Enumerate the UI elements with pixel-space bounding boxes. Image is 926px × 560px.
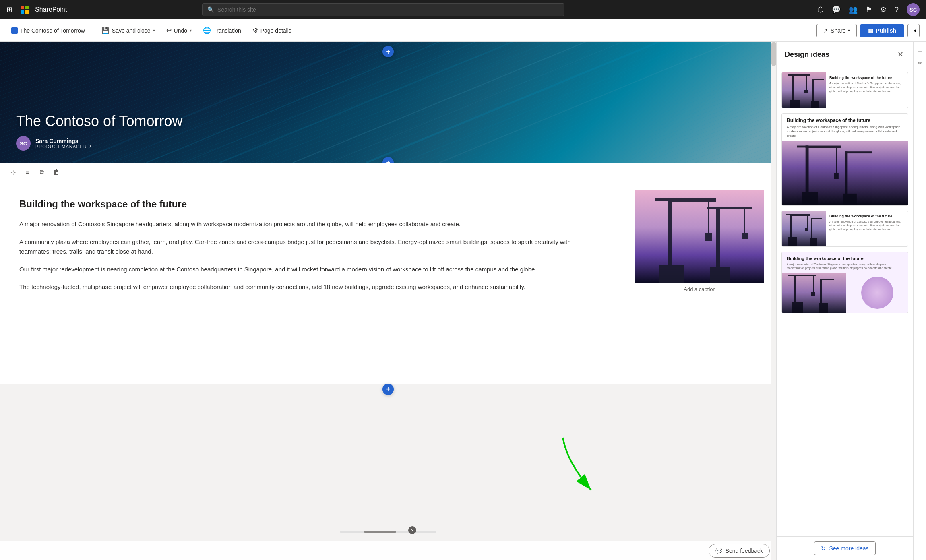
toolbar-right: ↗ Share ▾ ▦ Publish ⇥ [816, 24, 920, 37]
share-people-icon[interactable]: 👥 [849, 5, 858, 14]
card4-body: A major renovation of Contoso's Singapor… [787, 262, 903, 271]
card1-text: Building the workspace of the future A m… [826, 72, 908, 108]
svg-rect-17 [716, 207, 720, 271]
apps-grid-icon[interactable]: ⊞ [6, 5, 12, 14]
translation-button[interactable]: 🌐 Translation [198, 24, 246, 37]
svg-rect-20 [744, 209, 745, 234]
publish-button[interactable]: ▦ Publish [860, 24, 904, 37]
card1-title: Building the workspace of the future [829, 76, 905, 80]
author-role: PRODUCT MANAGER 2 [35, 144, 91, 149]
scrollbar-track[interactable] [771, 42, 776, 560]
svg-rect-21 [742, 233, 748, 239]
add-section-mid: + [0, 384, 776, 395]
scrollbar-thumb[interactable] [771, 42, 776, 66]
main-area: + The Contoso of Tomorrow SC Sara Cummin… [0, 42, 926, 560]
publish-grid-icon: ▦ [868, 27, 873, 34]
svg-rect-43 [836, 148, 837, 174]
share-icon: ↗ [823, 27, 828, 34]
search-icon: 🔍 [207, 6, 214, 13]
copilot-icon[interactable]: ⬡ [817, 5, 824, 14]
card3-image [782, 211, 826, 246]
design-idea-card-2[interactable]: Building the workspace of the future A m… [781, 113, 908, 206]
hero-author: SC Sara Cummings PRODUCT MANAGER 2 [16, 136, 183, 151]
svg-rect-64 [811, 292, 815, 296]
svg-rect-46 [845, 151, 872, 153]
card2-title: Building the workspace of the future [787, 118, 903, 123]
see-more-ideas-button[interactable]: ↻ See more ideas [814, 541, 875, 555]
page-title-item[interactable]: The Contoso of Tomorrow [6, 25, 90, 36]
scroll-thumb [364, 531, 396, 533]
card4-bottom [782, 273, 908, 313]
author-avatar: SC [16, 136, 31, 151]
save-close-button[interactable]: 💾 Save and close ▾ [97, 24, 160, 37]
search-bar[interactable]: 🔍 [202, 3, 564, 16]
share-button[interactable]: ↗ Share ▾ [816, 24, 857, 37]
content-section: Building the workspace of the future A m… [0, 182, 776, 384]
save-icon: 💾 [101, 27, 110, 34]
delete-tool-button[interactable]: 🗑 [50, 166, 63, 179]
search-input[interactable] [217, 6, 559, 13]
feedback-chat-icon: 💬 [715, 548, 722, 554]
svg-rect-41 [806, 145, 841, 148]
scroll-close-button[interactable]: ✕ [408, 526, 416, 534]
svg-rect-45 [845, 151, 848, 195]
card2-body: A major renovation of Contoso's Singapor… [787, 125, 903, 138]
svg-rect-57 [788, 237, 797, 246]
design-panel-footer: ↻ See more ideas [777, 536, 913, 560]
svg-rect-66 [820, 279, 834, 280]
page-editor[interactable]: + The Contoso of Tomorrow SC Sara Cummin… [0, 42, 776, 560]
svg-rect-40 [806, 145, 809, 196]
svg-rect-29 [782, 72, 826, 108]
undo-button[interactable]: ↩ Undo ▾ [161, 24, 196, 37]
svg-rect-30 [792, 74, 794, 103]
send-feedback-button[interactable]: 💬 Send feedback [709, 544, 770, 558]
edit-tool-button[interactable]: ≡ [21, 166, 34, 179]
svg-rect-36 [812, 79, 824, 80]
feedback-icon[interactable]: 💬 [832, 5, 841, 14]
design-idea-card-3[interactable]: Building the workspace of the future A m… [781, 211, 908, 247]
design-panel-close-button[interactable]: ✕ [896, 48, 905, 60]
svg-rect-60 [794, 275, 796, 305]
card1-body: A major renovation of Contoso's Singapor… [829, 81, 905, 93]
svg-rect-12 [668, 198, 672, 271]
card4-image [782, 273, 846, 313]
image-caption[interactable]: Add a caption [684, 286, 716, 292]
sharepoint-brand: SharePoint [35, 6, 67, 13]
undo-label: Undo [174, 27, 187, 34]
page-details-label: Page details [260, 27, 291, 34]
nav-actions: ⬡ 💬 👥 ⚑ ⚙ ? SC [817, 3, 920, 16]
microsoft-logo [21, 6, 29, 14]
svg-rect-38 [811, 101, 819, 108]
duplicate-tool-button[interactable]: ⧉ [35, 166, 48, 179]
content-body[interactable]: A major renovation of Contoso's Singapor… [19, 219, 604, 292]
collapse-button[interactable]: ⇥ [907, 24, 920, 37]
scroll-indicator [340, 531, 436, 533]
move-tool-button[interactable]: ⊹ [6, 166, 19, 179]
card3-body: A major renovation of Contoso's Singapor… [829, 220, 905, 231]
card1-image [782, 72, 826, 108]
content-paragraph-2: A community plaza where employees can ga… [19, 237, 604, 256]
translation-icon: 🌐 [203, 27, 211, 34]
help-icon[interactable]: ? [895, 6, 899, 14]
design-idea-card-1[interactable]: Building the workspace of the future A m… [781, 72, 908, 108]
svg-rect-51 [790, 214, 810, 216]
bottom-bar: 💬 Send feedback [0, 541, 776, 560]
svg-rect-33 [806, 76, 807, 90]
content-paragraph-3: Our first major redevelopment is nearing… [19, 265, 604, 274]
design-panel-body[interactable]: Building the workspace of the future A m… [777, 67, 913, 536]
strip-menu-icon[interactable]: ☰ [915, 45, 925, 55]
flag-icon[interactable]: ⚑ [866, 5, 872, 14]
settings-gear-icon[interactable]: ⚙ [880, 5, 887, 14]
svg-rect-65 [820, 279, 822, 305]
add-section-line [0, 389, 776, 390]
strip-highlight-icon[interactable]: | [915, 71, 925, 81]
strip-edit-icon[interactable]: ✏ [915, 58, 925, 68]
svg-rect-55 [811, 218, 812, 240]
add-section-top-button[interactable]: + [382, 46, 394, 57]
user-avatar[interactable]: SC [907, 3, 920, 16]
design-idea-card-4[interactable]: Building the workspace of the future A m… [781, 252, 908, 314]
svg-rect-63 [813, 276, 814, 292]
page-details-button[interactable]: ⚙ Page details [248, 24, 296, 37]
refresh-icon: ↻ [821, 545, 826, 552]
share-label: Share [831, 27, 845, 34]
